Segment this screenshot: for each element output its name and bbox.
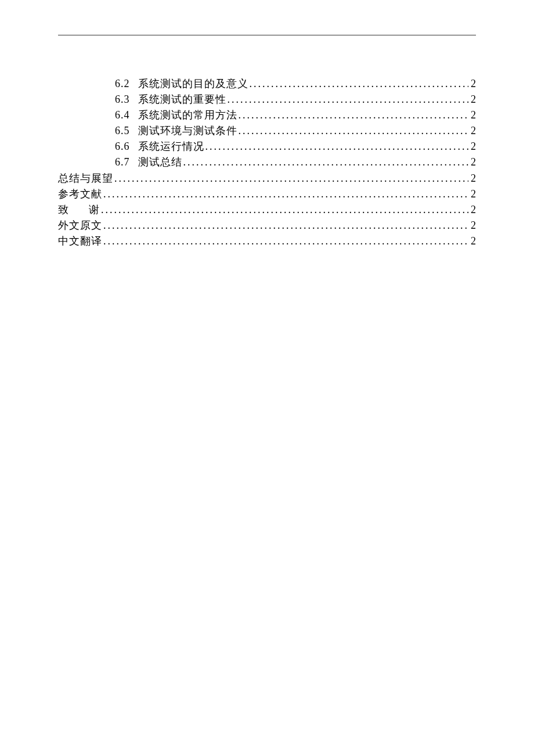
toc-leader-dots — [205, 139, 469, 154]
toc-page: 2 — [471, 139, 476, 154]
toc-title: 系统测试的常用方法 — [138, 107, 237, 123]
toc-entry: 6.5 测试环境与测试条件 2 — [58, 123, 476, 138]
toc-leader-dots — [114, 171, 468, 186]
toc-leader-dots — [103, 218, 468, 233]
table-of-contents: 6.2 系统测试的目的及意义 2 6.3 系统测试的重要性 2 6.4 系统测试… — [58, 76, 476, 249]
toc-page: 2 — [471, 186, 476, 201]
toc-leader-dots — [103, 233, 468, 249]
toc-leader-dots — [239, 123, 469, 138]
toc-title: 致谢 — [58, 202, 100, 217]
toc-leader-dots — [250, 76, 469, 91]
toc-entry: 6.3 系统测试的重要性 2 — [58, 92, 476, 107]
toc-title: 测试环境与测试条件 — [138, 123, 237, 138]
toc-entry: 总结与展望 2 — [58, 171, 476, 186]
toc-entry: 参考文献 2 — [58, 186, 476, 201]
toc-page: 2 — [471, 233, 476, 249]
toc-title-char: 谢 — [89, 204, 100, 215]
toc-page: 2 — [471, 202, 476, 217]
toc-number: 6.4 — [115, 107, 130, 123]
toc-title: 总结与展望 — [58, 171, 113, 186]
toc-number: 6.5 — [115, 123, 130, 138]
toc-entry: 6.2 系统测试的目的及意义 2 — [58, 76, 476, 91]
toc-leader-dots — [239, 107, 469, 123]
toc-title: 系统测试的重要性 — [138, 92, 226, 107]
toc-entry: 6.6 系统运行情况 2 — [58, 139, 476, 154]
toc-leader-dots — [183, 154, 469, 170]
toc-number: 6.7 — [115, 154, 130, 170]
toc-title: 外文原文 — [58, 218, 102, 233]
toc-leader-dots — [103, 186, 468, 201]
toc-entry: 外文原文 2 — [58, 218, 476, 233]
toc-leader-dots — [228, 92, 469, 107]
toc-page: 2 — [471, 107, 476, 123]
toc-page: 2 — [471, 218, 476, 233]
toc-entry: 6.7 测试总结 2 — [58, 154, 476, 170]
toc-title: 系统运行情况 — [138, 139, 204, 154]
toc-number: 6.3 — [115, 92, 130, 107]
toc-title-char: 致 — [58, 204, 69, 215]
document-page: 6.2 系统测试的目的及意义 2 6.3 系统测试的重要性 2 6.4 系统测试… — [0, 0, 534, 756]
toc-page: 2 — [471, 123, 476, 138]
header-rule — [58, 35, 476, 35]
toc-entry: 致谢 2 — [58, 202, 476, 217]
toc-leader-dots — [101, 202, 468, 217]
toc-page: 2 — [471, 154, 476, 170]
toc-page: 2 — [471, 92, 476, 107]
toc-entry: 6.4 系统测试的常用方法 2 — [58, 107, 476, 123]
toc-title: 参考文献 — [58, 186, 102, 201]
toc-number: 6.6 — [115, 139, 130, 154]
toc-title: 中文翻译 — [58, 233, 102, 249]
toc-title: 测试总结 — [138, 154, 182, 170]
toc-page: 2 — [471, 76, 476, 91]
toc-page: 2 — [471, 171, 476, 186]
toc-title: 系统测试的目的及意义 — [138, 76, 248, 91]
toc-number: 6.2 — [115, 76, 130, 91]
toc-entry: 中文翻译 2 — [58, 233, 476, 249]
